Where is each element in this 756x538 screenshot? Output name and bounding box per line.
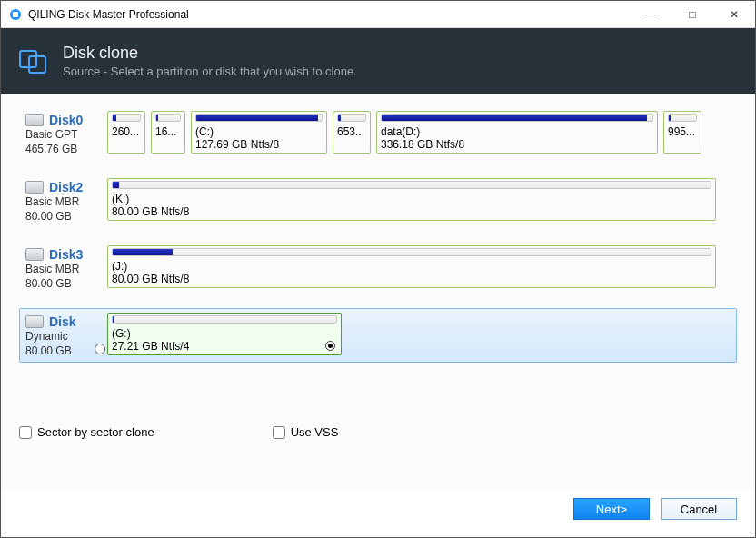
partition[interactable]: data(D:)336.18 GB Ntfs/8 xyxy=(376,111,658,154)
sector-clone-option[interactable]: Sector by sector clone xyxy=(19,425,154,439)
sector-clone-checkbox[interactable] xyxy=(19,426,32,439)
usage-bar xyxy=(112,248,711,256)
partition-radio[interactable] xyxy=(325,341,335,351)
disk-name: Disk0 xyxy=(25,113,107,127)
partition-detail: 995... xyxy=(668,125,697,138)
usage-bar xyxy=(112,114,141,122)
clone-icon xyxy=(17,45,50,77)
partition[interactable]: (J:)80.00 GB Ntfs/8 xyxy=(107,245,716,288)
usage-fill xyxy=(196,115,318,121)
footer: Next> Cancel xyxy=(1,490,755,537)
partition-detail: 127.69 GB Ntfs/8 xyxy=(195,138,323,151)
disk-type: Basic MBR xyxy=(25,194,107,209)
titlebar: QILING Disk Master Professional — □ ✕ xyxy=(1,1,755,28)
usage-fill xyxy=(669,115,671,121)
disk-type: Basic MBR xyxy=(25,262,107,276)
disk-name: Disk3 xyxy=(25,247,107,262)
partition-label: (J:) xyxy=(112,260,711,273)
usage-bar xyxy=(195,114,323,122)
disk-size: 465.76 GB xyxy=(25,142,107,156)
partition-detail: 80.00 GB Ntfs/8 xyxy=(112,205,711,218)
disk-row[interactable]: DiskDynamic80.00 GB(G:)27.21 GB Ntfs/4 xyxy=(19,308,737,363)
usage-bar xyxy=(112,315,337,324)
partition-label: (C:) xyxy=(195,125,323,138)
disk-name: Disk2 xyxy=(25,180,107,194)
partition-detail: 653... xyxy=(337,125,366,138)
usage-fill xyxy=(113,115,116,121)
partition-label: data(D:) xyxy=(381,125,653,138)
use-vss-option[interactable]: Use VSS xyxy=(273,425,339,439)
disk-icon xyxy=(25,181,44,194)
partition-detail: 260... xyxy=(112,125,141,138)
next-button[interactable]: Next> xyxy=(573,498,650,520)
svg-rect-1 xyxy=(13,12,18,17)
usage-fill xyxy=(156,115,158,121)
disk-info[interactable]: Disk0Basic GPT465.76 GB xyxy=(24,111,107,156)
usage-fill xyxy=(338,115,341,121)
window-controls: — □ ✕ xyxy=(630,1,755,28)
partitions: (G:)27.21 GB Ntfs/4 xyxy=(107,313,732,355)
disk-radio[interactable] xyxy=(94,344,105,354)
app-icon xyxy=(8,7,23,22)
usage-bar xyxy=(381,114,653,122)
usage-bar xyxy=(155,114,181,122)
page-header: Disk clone Source - Select a partition o… xyxy=(1,28,755,94)
page-title: Disk clone xyxy=(63,44,357,63)
partition[interactable]: 260... xyxy=(107,111,145,154)
disk-icon xyxy=(25,248,44,261)
disk-icon xyxy=(25,315,44,328)
usage-fill xyxy=(382,115,647,121)
partition[interactable]: (K:)80.00 GB Ntfs/8 xyxy=(107,178,716,221)
disk-info[interactable]: Disk2Basic MBR80.00 GB xyxy=(24,178,107,224)
partitions: (J:)80.00 GB Ntfs/8 xyxy=(107,245,732,288)
disk-icon xyxy=(25,114,44,126)
partition-label: (K:) xyxy=(112,193,711,205)
usage-fill xyxy=(113,249,173,255)
partition-detail: 16... xyxy=(155,125,181,138)
disk-type: Basic GPT xyxy=(25,127,107,142)
partition[interactable]: (G:)27.21 GB Ntfs/4 xyxy=(107,313,342,355)
partition[interactable]: 653... xyxy=(333,111,371,154)
disk-info[interactable]: DiskDynamic80.00 GB xyxy=(24,313,107,358)
partitions: (K:)80.00 GB Ntfs/8 xyxy=(107,178,732,221)
partition[interactable]: 995... xyxy=(663,111,701,154)
partition-detail: 27.21 GB Ntfs/4 xyxy=(112,340,337,353)
close-button[interactable]: ✕ xyxy=(713,1,755,28)
partition-label: (G:) xyxy=(112,327,337,340)
partition[interactable]: (C:)127.69 GB Ntfs/8 xyxy=(191,111,327,154)
options-row: Sector by sector clone Use VSS xyxy=(19,425,737,439)
disk-row[interactable]: Disk2Basic MBR80.00 GB(K:)80.00 GB Ntfs/… xyxy=(19,174,737,228)
usage-bar xyxy=(112,181,711,189)
content-area: Disk0Basic GPT465.76 GB260...16...(C:)12… xyxy=(1,94,755,490)
use-vss-label: Use VSS xyxy=(291,425,339,439)
disk-info[interactable]: Disk3Basic MBR80.00 GB xyxy=(24,245,107,291)
disk-row[interactable]: Disk0Basic GPT465.76 GB260...16...(C:)12… xyxy=(19,106,737,161)
disk-list: Disk0Basic GPT465.76 GB260...16...(C:)12… xyxy=(19,106,737,363)
cancel-button[interactable]: Cancel xyxy=(661,498,737,520)
sector-clone-label: Sector by sector clone xyxy=(37,425,154,439)
use-vss-checkbox[interactable] xyxy=(273,426,285,439)
partition-detail: 80.00 GB Ntfs/8 xyxy=(112,273,711,285)
partitions: 260...16...(C:)127.69 GB Ntfs/8653...dat… xyxy=(107,111,732,154)
usage-fill xyxy=(113,182,119,188)
maximize-button[interactable]: □ xyxy=(671,1,713,28)
disk-row[interactable]: Disk3Basic MBR80.00 GB(J:)80.00 GB Ntfs/… xyxy=(19,241,737,295)
usage-bar xyxy=(668,114,697,122)
disk-size: 80.00 GB xyxy=(25,276,107,291)
window-title: QILING Disk Master Professional xyxy=(28,8,189,21)
usage-fill xyxy=(113,316,114,323)
partition-detail: 336.18 GB Ntfs/8 xyxy=(381,138,653,151)
minimize-button[interactable]: — xyxy=(630,1,671,28)
disk-type: Dynamic xyxy=(25,329,107,344)
page-subtitle: Source - Select a partition or disk that… xyxy=(63,65,357,78)
partition[interactable]: 16... xyxy=(151,111,185,154)
disk-size: 80.00 GB xyxy=(25,209,107,224)
usage-bar xyxy=(337,114,366,122)
disk-name: Disk xyxy=(25,314,107,329)
